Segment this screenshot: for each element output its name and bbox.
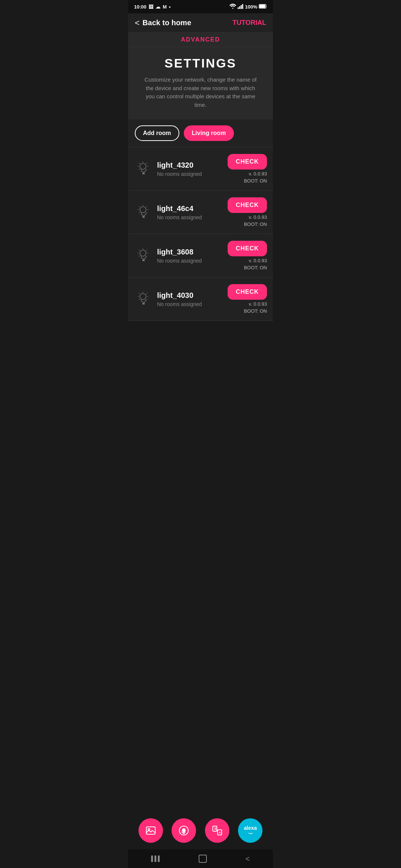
dot-icon: •: [169, 4, 171, 10]
svg-point-14: [140, 207, 146, 213]
check-button[interactable]: CHECK: [228, 284, 267, 300]
svg-line-26: [146, 256, 147, 257]
device-info: light_4320 No rooms assigned: [157, 161, 222, 177]
svg-rect-1: [239, 6, 240, 9]
advanced-bar: ADVANCED: [128, 33, 273, 47]
svg-line-27: [139, 250, 140, 250]
device-info: light_4030 No rooms assigned: [157, 291, 222, 307]
svg-line-18: [146, 213, 147, 213]
room-filters: Add room Living room: [128, 119, 273, 147]
status-time: 10:00: [134, 4, 146, 10]
svg-rect-0: [238, 7, 239, 9]
signal-icon: [238, 4, 244, 10]
device-list: light_4320 No rooms assigned CHECK v. 0.…: [128, 147, 273, 321]
device-name: light_46c4: [157, 204, 222, 213]
wifi-icon: [229, 4, 236, 10]
back-button[interactable]: < Back to home: [135, 19, 191, 27]
device-room: No rooms assigned: [157, 214, 222, 220]
device-boot: BOOT: ON: [244, 178, 267, 184]
device-info: light_3608 No rooms assigned: [157, 248, 222, 264]
top-nav: < Back to home TUTORIAL: [128, 13, 273, 33]
light-icon: [134, 247, 152, 264]
svg-line-35: [139, 293, 140, 294]
svg-rect-2: [241, 5, 242, 9]
living-room-button[interactable]: Living room: [184, 125, 234, 141]
svg-line-19: [139, 206, 140, 207]
check-button[interactable]: CHECK: [228, 154, 267, 170]
light-icon: [134, 203, 152, 221]
device-version: v. 0.0.93: [249, 258, 267, 263]
settings-title: SETTINGS: [137, 56, 264, 70]
cloud-icon: ☁: [156, 4, 160, 10]
device-name: light_4030: [157, 291, 222, 300]
check-button[interactable]: CHECK: [228, 241, 267, 256]
device-check-area: CHECK v. 0.0.93 BOOT: ON: [228, 241, 267, 270]
svg-line-29: [139, 256, 140, 257]
svg-line-13: [139, 169, 140, 170]
device-version: v. 0.0.93: [249, 301, 267, 307]
device-boot: BOOT: ON: [244, 265, 267, 270]
device-row: light_4320 No rooms assigned CHECK v. 0.…: [128, 147, 273, 191]
battery-icon: [259, 4, 267, 10]
svg-rect-3: [242, 4, 243, 9]
svg-line-34: [146, 299, 147, 300]
status-right: 100%: [229, 4, 267, 10]
check-button[interactable]: CHECK: [228, 197, 267, 213]
device-check-area: CHECK v. 0.0.93 BOOT: ON: [228, 197, 267, 227]
device-info: light_46c4 No rooms assigned: [157, 204, 222, 220]
svg-line-24: [146, 250, 147, 250]
advanced-label: ADVANCED: [181, 36, 220, 43]
device-boot: BOOT: ON: [244, 221, 267, 227]
svg-line-11: [139, 163, 140, 164]
photo-icon: 🖼: [149, 4, 153, 10]
svg-point-30: [140, 293, 146, 300]
svg-rect-5: [260, 4, 265, 8]
svg-line-16: [146, 206, 147, 207]
light-icon: [134, 290, 152, 308]
device-row: light_4030 No rooms assigned CHECK v. 0.…: [128, 277, 273, 321]
settings-description: Customize your network, change the name …: [141, 76, 260, 109]
back-label: Back to home: [143, 19, 191, 27]
svg-point-6: [140, 163, 146, 170]
battery-text: 100%: [245, 4, 257, 10]
device-row: light_46c4 No rooms assigned CHECK v. 0.…: [128, 191, 273, 234]
mail-icon: M: [163, 4, 167, 10]
device-check-area: CHECK v. 0.0.93 BOOT: ON: [228, 284, 267, 314]
status-bar: 10:00 🖼 ☁ M • 100%: [128, 0, 273, 13]
light-icon: [134, 160, 152, 178]
device-name: light_4320: [157, 161, 222, 170]
device-version: v. 0.0.93: [249, 171, 267, 177]
back-chevron-icon: <: [135, 19, 140, 27]
device-room: No rooms assigned: [157, 171, 222, 177]
svg-point-22: [140, 250, 146, 256]
status-left: 10:00 🖼 ☁ M •: [134, 4, 171, 10]
tutorial-button[interactable]: TUTORIAL: [232, 19, 266, 27]
add-room-button[interactable]: Add room: [135, 125, 179, 141]
svg-line-32: [146, 293, 147, 294]
device-name: light_3608: [157, 248, 222, 256]
device-room: No rooms assigned: [157, 258, 222, 264]
device-check-area: CHECK v. 0.0.93 BOOT: ON: [228, 154, 267, 184]
device-row: light_3608 No rooms assigned CHECK v. 0.…: [128, 234, 273, 277]
device-version: v. 0.0.93: [249, 214, 267, 220]
device-boot: BOOT: ON: [244, 308, 267, 314]
settings-header: SETTINGS Customize your network, change …: [128, 47, 273, 119]
svg-line-21: [139, 213, 140, 213]
svg-line-8: [146, 163, 147, 164]
device-room: No rooms assigned: [157, 301, 222, 307]
svg-line-37: [139, 299, 140, 300]
svg-line-10: [146, 169, 147, 170]
